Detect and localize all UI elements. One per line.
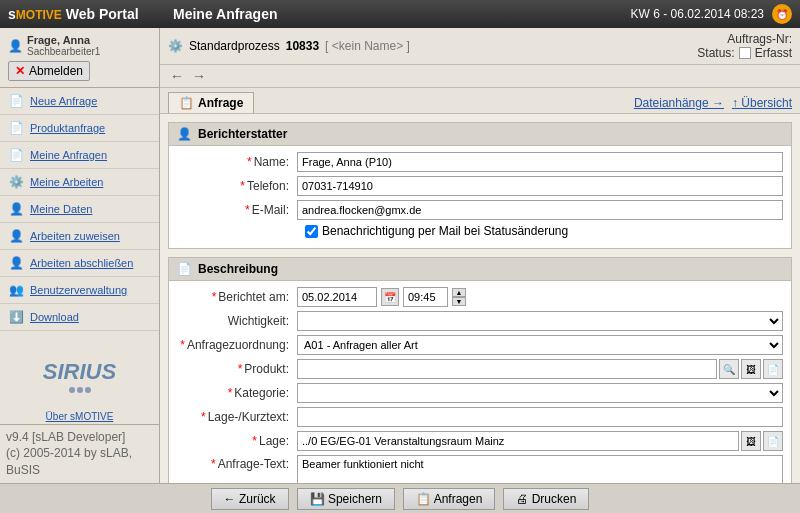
reporter-section-header: 👤 Berichterstatter bbox=[169, 123, 791, 146]
sidebar-item-neue-anfrage[interactable]: 📄 Neue Anfrage bbox=[0, 88, 159, 115]
assignment-row: *Anfragezuordnung: A01 - Anfragen aller … bbox=[177, 335, 783, 355]
time-input[interactable] bbox=[403, 287, 448, 307]
process-bar: ⚙️ Standardprozess 10833 [ <kein Name> ]… bbox=[160, 28, 800, 65]
calendar-week: KW 6 - 06.02.2014 08:23 bbox=[631, 7, 764, 21]
location-image-icon[interactable]: 🖼 bbox=[741, 431, 761, 451]
location-label: *Lage: bbox=[177, 434, 297, 448]
sidebar-item-download[interactable]: ⬇️ Download bbox=[0, 304, 159, 331]
reporter-icon: 👤 bbox=[177, 127, 192, 141]
sidebar-item-meine-arbeiten[interactable]: ⚙️ Meine Arbeiten bbox=[0, 169, 159, 196]
name-input[interactable] bbox=[297, 152, 783, 172]
sirius-text: SIRIUS bbox=[8, 359, 151, 385]
process-id: 10833 bbox=[286, 39, 319, 53]
new-request-icon: 📄 bbox=[8, 93, 24, 109]
user-section: 👤 Frage, Anna Sachbearbeiter1 ✕ Abmelden bbox=[0, 28, 159, 88]
assignment-label: *Anfragezuordnung: bbox=[177, 338, 297, 352]
sidebar-item-arbeiten-zuweisen[interactable]: 👤 Arbeiten zuweisen bbox=[0, 223, 159, 250]
sirius-decoration bbox=[8, 387, 151, 393]
my-requests-icon: 📄 bbox=[8, 147, 24, 163]
email-label: *E-Mail: bbox=[177, 203, 297, 217]
header: sMOTIVE Web Portal Meine Anfragen KW 6 -… bbox=[0, 0, 800, 28]
date-time-inputs: 📅 ▲ ▼ bbox=[297, 287, 466, 307]
notify-row: Benachrichtigung per Mail bei Statusände… bbox=[177, 224, 783, 238]
category-select[interactable] bbox=[297, 383, 783, 403]
desc-icon: 📄 bbox=[177, 262, 192, 276]
sirius-logo: SIRIUS bbox=[0, 351, 159, 401]
clock-icon: ⏰ bbox=[772, 4, 792, 24]
sidebar-item-benutzerverwaltung[interactable]: 👥 Benutzerverwaltung bbox=[0, 277, 159, 304]
category-row: *Kategorie: bbox=[177, 383, 783, 403]
about-link[interactable]: Über sMOTIVE bbox=[0, 409, 159, 424]
logout-button[interactable]: ✕ Abmelden bbox=[8, 61, 90, 81]
tab-anfrage[interactable]: 📋 Anfrage bbox=[168, 92, 254, 113]
complete-work-icon: 👤 bbox=[8, 255, 24, 271]
product-row: *Produkt: 🔍 🖼 📄 bbox=[177, 359, 783, 379]
sidebar-label-download: Download bbox=[30, 311, 79, 323]
sidebar-item-produktanfrage[interactable]: 📄 Produktanfrage bbox=[0, 115, 159, 142]
my-data-icon: 👤 bbox=[8, 201, 24, 217]
time-down-button[interactable]: ▼ bbox=[452, 297, 466, 306]
sidebar-item-arbeiten-abschliessen[interactable]: 👤 Arbeiten abschließen bbox=[0, 250, 159, 277]
overview-link[interactable]: ↑ Übersicht bbox=[732, 96, 792, 110]
text-row: *Anfrage-Text: Beamer funktioniert nicht bbox=[177, 455, 783, 483]
sidebar-label-produktanfrage: Produktanfrage bbox=[30, 122, 105, 134]
user-icon: 👤 bbox=[8, 39, 23, 53]
process-status: Auftrags-Nr: Status: Erfasst bbox=[697, 32, 792, 60]
location-doc-icon[interactable]: 📄 bbox=[763, 431, 783, 451]
version-info: v9.4 [sLAB Developer] (c) 2005-2014 by s… bbox=[0, 424, 159, 483]
sidebar-label-meine-arbeiten: Meine Arbeiten bbox=[30, 176, 103, 188]
reporter-section: 👤 Berichterstatter *Name: *Telefon: bbox=[168, 122, 792, 249]
notify-checkbox[interactable] bbox=[305, 225, 318, 238]
location-input[interactable] bbox=[297, 431, 739, 451]
date-input[interactable] bbox=[297, 287, 377, 307]
process-name: [ <kein Name> ] bbox=[325, 39, 410, 53]
user-mgmt-icon: 👥 bbox=[8, 282, 24, 298]
email-input[interactable] bbox=[297, 200, 783, 220]
text-label: *Anfrage-Text: bbox=[177, 457, 297, 471]
back-button[interactable]: ← Zurück bbox=[211, 488, 289, 510]
sidebar-label-neue-anfrage: Neue Anfrage bbox=[30, 95, 97, 107]
phone-input[interactable] bbox=[297, 176, 783, 196]
main-content: ⚙️ Standardprozess 10833 [ <kein Name> ]… bbox=[160, 28, 800, 483]
save-button[interactable]: 💾 Speichern bbox=[297, 488, 395, 510]
sidebar-label-arbeiten-abschliessen: Arbeiten abschließen bbox=[30, 257, 133, 269]
name-label: *Name: bbox=[177, 155, 297, 169]
app-logo: sMOTIVE Web Portal bbox=[8, 6, 163, 22]
location-short-input[interactable] bbox=[297, 407, 783, 427]
sidebar-item-meine-anfragen[interactable]: 📄 Meine Anfragen bbox=[0, 142, 159, 169]
assign-work-icon: 👤 bbox=[8, 228, 24, 244]
user-role: Sachbearbeiter1 bbox=[27, 46, 100, 57]
back-arrow-button[interactable]: ← bbox=[168, 68, 186, 84]
print-button[interactable]: 🖨 Drucken bbox=[503, 488, 589, 510]
name-row: *Name: bbox=[177, 152, 783, 172]
text-textarea[interactable]: Beamer funktioniert nicht bbox=[297, 455, 783, 483]
time-spinner: ▲ ▼ bbox=[452, 288, 466, 306]
product-request-icon: 📄 bbox=[8, 120, 24, 136]
sidebar: 👤 Frage, Anna Sachbearbeiter1 ✕ Abmelden… bbox=[0, 28, 160, 483]
description-section-body: *Berichtet am: 📅 ▲ ▼ bbox=[169, 281, 791, 483]
tabs-area: 📋 Anfrage Dateianhänge → ↑ Übersicht bbox=[160, 88, 800, 114]
sidebar-label-arbeiten-zuweisen: Arbeiten zuweisen bbox=[30, 230, 120, 242]
product-search-icon[interactable]: 🔍 bbox=[719, 359, 739, 379]
product-image-icon[interactable]: 🖼 bbox=[741, 359, 761, 379]
product-doc-icon[interactable]: 📄 bbox=[763, 359, 783, 379]
time-up-button[interactable]: ▲ bbox=[452, 288, 466, 297]
process-label: Standardprozess bbox=[189, 39, 280, 53]
request-button[interactable]: 📋 Anfragen bbox=[403, 488, 495, 510]
content-area: 👤 Berichterstatter *Name: *Telefon: bbox=[160, 114, 800, 483]
product-input[interactable] bbox=[297, 359, 717, 379]
assignment-select[interactable]: A01 - Anfragen aller Art bbox=[297, 335, 783, 355]
importance-label: Wichtigkeit: bbox=[177, 314, 297, 328]
file-attachments-link[interactable]: Dateianhänge → bbox=[634, 96, 724, 110]
forward-arrow-button[interactable]: → bbox=[190, 68, 208, 84]
status-row: Status: Erfasst bbox=[697, 46, 792, 60]
notify-label: Benachrichtigung per Mail bei Statusände… bbox=[322, 224, 568, 238]
user-name: Frage, Anna bbox=[27, 34, 100, 46]
calendar-icon[interactable]: 📅 bbox=[381, 288, 399, 306]
importance-select[interactable] bbox=[297, 311, 783, 331]
page-title: Meine Anfragen bbox=[163, 6, 631, 22]
sidebar-item-meine-daten[interactable]: 👤 Meine Daten bbox=[0, 196, 159, 223]
download-icon: ⬇️ bbox=[8, 309, 24, 325]
date-label: *Berichtet am: bbox=[177, 290, 297, 304]
product-label: *Produkt: bbox=[177, 362, 297, 376]
